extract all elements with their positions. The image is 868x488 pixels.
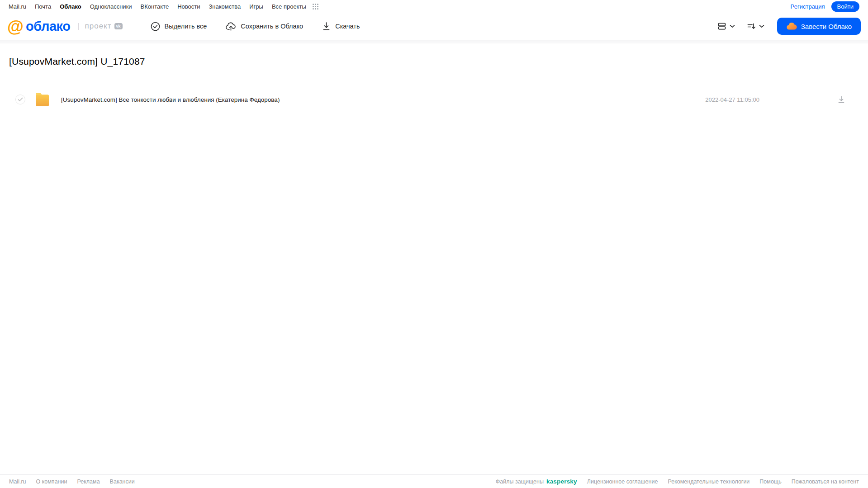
nav-link-mailru[interactable]: Mail.ru (9, 3, 26, 10)
mailru-at-icon: @ (7, 18, 23, 35)
protected-label: Файлы защищены (496, 479, 544, 485)
nav-link-mail[interactable]: Почта (35, 3, 51, 10)
nav-link-dating[interactable]: Знакомства (209, 3, 241, 10)
footer-link-ads[interactable]: Реклама (77, 479, 100, 485)
logo-divider: | (77, 22, 79, 30)
kaspersky-logo[interactable]: kaspersky (546, 478, 577, 485)
kaspersky-protection: Файлы защищены kaspersky (496, 478, 577, 485)
chevron-down-icon (759, 24, 764, 28)
nav-link-games[interactable]: Игры (249, 3, 263, 10)
save-to-cloud-label: Сохранить в Облако (241, 23, 303, 30)
nav-link-cloud[interactable]: Облако (60, 3, 81, 10)
portal-nav-links: Mail.ru Почта Облако Одноклассники ВКонт… (9, 3, 319, 10)
folder-icon (34, 93, 50, 107)
footer-left-links: Mail.ru О компании Реклама Вакансии (9, 479, 135, 485)
file-name[interactable]: [UsupovMarket.com] Все тонкости любви и … (61, 96, 705, 103)
footer-right-links: Файлы защищены kaspersky Лицензионное со… (496, 478, 859, 485)
main-content: [UsupovMarket.com] U_171087 (0, 56, 868, 110)
sort-icon (747, 22, 756, 30)
header-shadow (0, 40, 868, 44)
download-label: Скачать (335, 23, 360, 30)
nav-link-odnoklassniki[interactable]: Одноклассники (90, 3, 132, 10)
list-view-icon (717, 22, 726, 31)
save-to-cloud-button[interactable]: Сохранить в Облако (226, 22, 303, 31)
footer-link-recommendations[interactable]: Рекомендательные технологии (668, 479, 749, 485)
download-icon (322, 22, 331, 31)
cloud-upload-icon (226, 22, 236, 31)
nav-link-all-projects[interactable]: Все проекты (272, 3, 306, 10)
project-label: проект (85, 22, 112, 31)
portal-nav-auth: Регистрация Войти (791, 1, 859, 12)
view-mode-selector[interactable] (717, 22, 735, 31)
select-all-button[interactable]: Выделить все (151, 22, 207, 31)
apps-grid-icon[interactable] (312, 3, 319, 10)
footer-link-mailru[interactable]: Mail.ru (9, 479, 26, 485)
cloud-icon (786, 22, 797, 30)
footer: Mail.ru О компании Реклама Вакансии Файл… (0, 474, 868, 488)
download-button[interactable]: Скачать (322, 22, 360, 31)
footer-link-jobs[interactable]: Вакансии (110, 479, 135, 485)
main-header: @ облако | проект vk Выделить все (0, 13, 868, 40)
registration-link[interactable]: Регистрация (791, 3, 825, 10)
portal-nav: Mail.ru Почта Облако Одноклассники ВКонт… (0, 0, 868, 13)
row-download-icon[interactable] (837, 95, 845, 104)
page-title: [UsupovMarket.com] U_171087 (9, 56, 859, 67)
file-date: 2022-04-27 11:05:00 (705, 96, 759, 103)
header-controls: Завести Облако (717, 18, 861, 35)
nav-link-news[interactable]: Новости (177, 3, 200, 10)
footer-link-license[interactable]: Лицензионное соглашение (587, 479, 658, 485)
actions-toolbar: Выделить все Сохранить в Облако Скачат (151, 22, 360, 31)
chevron-down-icon (730, 24, 735, 28)
check-circle-icon (151, 22, 160, 31)
select-all-label: Выделить все (165, 23, 207, 30)
logo-text: облако (26, 19, 70, 34)
file-list: [UsupovMarket.com] Все тонкости любви и … (9, 89, 859, 110)
footer-link-help[interactable]: Помощь (759, 479, 781, 485)
sort-selector[interactable] (747, 22, 764, 30)
row-checkbox[interactable] (15, 95, 25, 104)
nav-link-vkontakte[interactable]: ВКонтакте (141, 3, 169, 10)
login-button[interactable]: Войти (831, 1, 859, 12)
footer-link-about[interactable]: О компании (36, 479, 67, 485)
create-cloud-label: Завести Облако (801, 23, 852, 30)
vk-badge-icon: vk (114, 23, 123, 29)
cloud-logo[interactable]: @ облако | проект vk (7, 18, 123, 35)
create-cloud-button[interactable]: Завести Облако (777, 18, 861, 35)
footer-link-report[interactable]: Пожаловаться на контент (792, 479, 859, 485)
file-row[interactable]: [UsupovMarket.com] Все тонкости любви и … (9, 89, 859, 110)
